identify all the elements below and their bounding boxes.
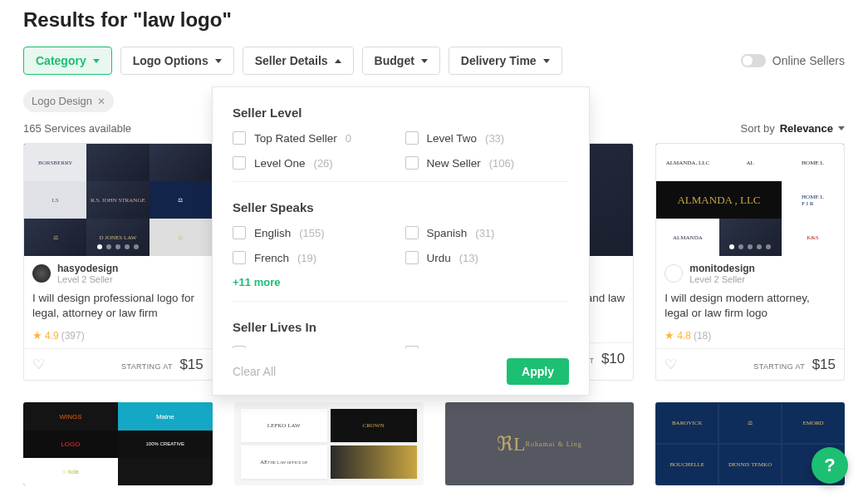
rating-count: (397) <box>61 330 85 342</box>
option-count: (19) <box>297 252 316 264</box>
services-count: 165 Services available <box>23 122 131 135</box>
checkbox[interactable] <box>233 251 246 264</box>
option-count: (155) <box>299 227 324 239</box>
chip-logo-design[interactable]: Logo Design ✕ <box>23 90 114 112</box>
carousel-dots[interactable] <box>729 244 771 249</box>
filter-option[interactable]: French(19) <box>233 251 397 264</box>
rating-value: 4.8 <box>677 330 691 342</box>
option-label: United Kingdom <box>427 347 507 349</box>
option-count: (19) <box>515 347 534 349</box>
option-count: (31) <box>475 227 494 239</box>
filter-delivery-time[interactable]: Delivery Time <box>449 47 562 75</box>
toggle-label: Online Sellers <box>772 54 845 67</box>
online-sellers-toggle[interactable]: Online Sellers <box>741 54 845 67</box>
option-label: New Seller <box>427 157 481 170</box>
dropdown-section-title: Seller Lives In <box>233 320 569 334</box>
sort-label: Sort by <box>740 122 774 135</box>
filter-option[interactable]: New Seller(106) <box>405 156 570 170</box>
page-title: Results for "law logo" <box>23 8 845 32</box>
option-count: (26) <box>314 157 333 170</box>
option-label: Top Rated Seller <box>254 132 337 145</box>
price: $10 <box>601 351 625 367</box>
option-label: English <box>254 227 291 239</box>
filter-logo-options[interactable]: Logo Options <box>120 47 234 75</box>
rating: ★ 4.8 (18) <box>656 329 844 348</box>
option-label: French <box>254 252 289 264</box>
option-label: United States <box>254 347 321 349</box>
seller-name[interactable]: monitodesign <box>689 263 755 274</box>
gig-thumbnail[interactable]: BORSBERRY LSR.S. JOHN STRANGE⚖ ⚖D JONES … <box>24 144 212 256</box>
filter-label: Budget <box>375 54 414 67</box>
sort-by[interactable]: Sort by Relevance <box>740 122 845 135</box>
dropdown-section-title: Seller Speaks <box>233 200 569 214</box>
filter-option[interactable]: Level One(26) <box>233 156 397 170</box>
rating: ★ 4.9 (397) <box>24 329 212 348</box>
filter-budget[interactable]: Budget <box>362 47 440 75</box>
price: $15 <box>179 357 203 372</box>
option-count: (106) <box>489 157 514 170</box>
checkbox[interactable] <box>405 226 419 239</box>
heart-icon[interactable]: ♡ <box>664 356 677 373</box>
filter-label: Seller Details <box>255 54 328 67</box>
checkbox[interactable] <box>233 346 246 348</box>
help-fab[interactable]: ? <box>812 447 848 484</box>
option-label: Urdu <box>427 252 451 264</box>
filter-seller-details[interactable]: Seller Details <box>243 47 354 75</box>
chevron-down-icon <box>543 59 550 63</box>
option-count: 0 <box>346 132 351 145</box>
checkbox[interactable] <box>233 131 246 145</box>
gig-title[interactable]: I will design modern attorney, legal or … <box>656 288 844 329</box>
option-count: (13) <box>459 252 478 264</box>
option-count: (11) <box>330 347 349 349</box>
chip-label: Logo Design <box>32 95 92 107</box>
seller-name[interactable]: hasyodesign <box>57 263 118 274</box>
gig-thumbnail[interactable]: ALMANDA, LLCALHOME L ALMANDA , LLCHOME L… <box>656 144 844 256</box>
heart-icon[interactable]: ♡ <box>32 356 45 373</box>
clear-all-button[interactable]: Clear All <box>233 365 276 378</box>
filter-option[interactable]: Urdu(13) <box>405 251 570 264</box>
avatar[interactable] <box>32 264 51 283</box>
carousel-dots[interactable] <box>97 244 139 249</box>
checkbox[interactable] <box>405 131 419 145</box>
checkbox[interactable] <box>233 226 246 239</box>
price: $15 <box>812 357 836 372</box>
rating-value: 4.9 <box>45 330 59 342</box>
filter-bar: Category Logo Options Seller Details Bud… <box>23 47 845 75</box>
gig-thumbnail[interactable]: WINGSMaine LOGO100% CREATIVE ○ hola <box>23 402 213 485</box>
chevron-down-icon <box>215 59 222 63</box>
filter-label: Category <box>36 54 86 67</box>
apply-button[interactable]: Apply <box>507 358 569 385</box>
chevron-up-icon <box>335 59 341 63</box>
checkbox[interactable] <box>405 156 419 170</box>
sort-value: Relevance <box>780 122 833 135</box>
chevron-down-icon <box>93 59 100 63</box>
show-more-link[interactable]: +11 more <box>233 276 280 288</box>
option-label: Level One <box>254 157 306 170</box>
toggle-switch[interactable] <box>741 54 766 67</box>
rating-count: (18) <box>694 330 711 342</box>
filter-label: Delivery Time <box>461 54 537 67</box>
filter-option[interactable]: Top Rated Seller0 <box>233 131 397 145</box>
chevron-down-icon <box>838 126 845 130</box>
filter-option[interactable]: English(155) <box>233 226 397 239</box>
gig-title[interactable]: I will design professional logo for lega… <box>24 288 212 329</box>
filter-option[interactable]: Spanish(31) <box>405 226 570 239</box>
checkbox[interactable] <box>405 251 419 264</box>
gig-card[interactable]: BORSBERRY LSR.S. JOHN STRANGE⚖ ⚖D JONES … <box>23 143 213 381</box>
filter-option[interactable]: Level Two(33) <box>405 131 570 145</box>
checkbox[interactable] <box>233 156 246 170</box>
avatar[interactable] <box>664 264 683 283</box>
seller-level: Level 2 Seller <box>689 274 755 284</box>
seller-details-dropdown: Seller LevelTop Rated Seller0Level Two(3… <box>212 86 590 396</box>
gig-card[interactable]: ALMANDA, LLCALHOME L ALMANDA , LLCHOME L… <box>655 143 845 381</box>
filter-category[interactable]: Category <box>23 47 112 75</box>
filter-option[interactable]: United Kingdom(19) <box>405 346 570 348</box>
gig-thumbnail[interactable]: LEFKO LAWCROWN AETHE LAW OFFICE OF <box>234 402 424 485</box>
gig-thumbnail[interactable]: ℜLRohamat & Ling <box>445 402 635 485</box>
filter-option[interactable]: United States(11) <box>233 346 397 348</box>
option-label: Spanish <box>427 227 468 239</box>
option-label: Level Two <box>427 132 478 145</box>
results-grid-row2: WINGSMaine LOGO100% CREATIVE ○ hola LEFK… <box>23 402 845 485</box>
checkbox[interactable] <box>405 346 419 348</box>
close-icon[interactable]: ✕ <box>97 96 105 107</box>
